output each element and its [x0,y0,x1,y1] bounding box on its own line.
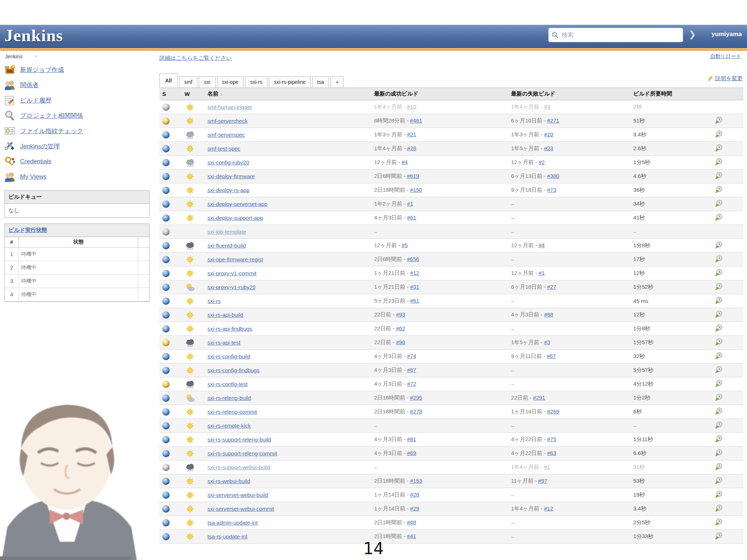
col-duration[interactable]: ビルド所要時間 [630,88,712,100]
success-build-link[interactable]: #72 [407,381,416,387]
col-weather[interactable]: W [182,88,205,100]
status-ball-blue-icon[interactable] [162,325,170,332]
job-link[interactable]: sxi-proxy-v1-commit [208,270,256,276]
tab-sxi[interactable]: sxi [199,76,215,88]
job-link[interactable]: sxi-rs-api-build [208,312,243,318]
job-link[interactable]: sxi-rs-webui-build [208,478,250,484]
schedule-build-icon[interactable] [715,269,723,277]
job-link[interactable]: sxi-rs-api-test [208,339,240,346]
success-build-link[interactable]: #67 [407,367,416,373]
jenkins-logo[interactable]: Jenkins [4,26,63,45]
job-link[interactable]: sxi-rs-config-build [208,353,251,359]
fail-build-link[interactable]: #67 [547,353,556,359]
job-link[interactable]: sxi-rs [208,298,221,304]
schedule-build-icon[interactable] [715,116,723,124]
sidebar-item-credentials[interactable]: Credentials [4,154,150,169]
tab-smf[interactable]: smf [179,76,198,88]
job-link[interactable]: sxi-deploy-serverset-app [208,201,267,207]
success-build-link[interactable]: #461 [410,117,422,124]
job-link[interactable]: sxi-config-ruby20 [208,159,249,166]
fail-build-link[interactable]: #1 [544,464,550,470]
tab-all[interactable]: All [159,73,178,88]
schedule-build-icon[interactable] [715,324,723,332]
status-ball-blue-icon[interactable] [162,270,170,277]
schedule-build-icon[interactable] [715,352,723,360]
fail-build-link[interactable]: #2 [539,159,545,165]
job-link[interactable]: sxi-rs-config-findbugs [208,367,260,373]
success-build-link[interactable]: #4 [402,159,408,165]
success-build-link[interactable]: #10 [407,104,416,110]
job-link[interactable]: sxi-rs-support-webui-build [208,464,270,470]
success-build-link[interactable]: #278 [410,408,422,415]
schedule-build-icon[interactable] [715,421,723,429]
sidebar-item-people[interactable]: 関係者 [4,77,150,93]
sidebar-item-label[interactable]: プロジェクト相関関係 [20,112,83,120]
success-build-link[interactable]: #28 [407,145,416,151]
status-ball-blue-icon[interactable] [162,436,170,443]
success-build-link[interactable]: #69 [407,450,416,456]
status-ball-yellow-icon[interactable] [162,381,170,388]
breadcrumb-root[interactable]: Jenkins [5,54,22,59]
job-link[interactable]: tsa-rs-update-int [208,533,247,540]
col-name[interactable]: 名前↓ [205,88,371,100]
status-ball-blue-icon[interactable] [162,491,170,499]
sidebar-item-label[interactable]: Credentials [20,158,51,165]
fail-build-link[interactable]: #73 [547,187,556,193]
schedule-build-icon[interactable] [715,463,723,471]
job-link[interactable]: sxi-job-template [208,229,246,235]
fail-build-link[interactable]: #1 [539,270,545,276]
job-link[interactable]: sxi-rs-releng-commit [208,409,257,415]
success-build-link[interactable]: #12 [410,270,419,276]
status-ball-blue-icon[interactable] [162,367,170,374]
schedule-build-icon[interactable] [715,186,723,194]
status-ball-blue-icon[interactable] [162,408,170,416]
success-build-link[interactable]: #29 [410,505,419,512]
sidebar-item-label[interactable]: 新規ジョブ作成 [20,66,64,74]
status-ball-blue-icon[interactable] [162,298,170,305]
schedule-build-icon[interactable] [715,366,723,374]
success-build-link[interactable]: #81 [407,436,416,442]
user-name[interactable]: yumiyama [712,31,742,38]
success-build-link[interactable]: #619 [407,173,419,179]
schedule-build-icon[interactable] [715,518,723,526]
schedule-build-icon[interactable] [715,393,723,401]
job-link[interactable]: sxi-rs-remote-kick [208,423,251,429]
sidebar-item-label[interactable]: Jenkinsの管理 [20,142,60,151]
schedule-build-icon[interactable] [715,449,723,457]
success-build-link[interactable]: #295 [410,394,422,401]
fail-build-link[interactable]: #20 [544,131,553,137]
fail-build-link[interactable]: #269 [547,408,559,415]
sidebar-item-label[interactable]: ファイル指紋チェック [20,127,83,135]
fail-build-link[interactable]: #3 [544,104,550,110]
schedule-build-icon[interactable] [715,477,723,485]
fail-build-link[interactable]: #291 [533,394,545,401]
schedule-build-icon[interactable] [715,296,723,304]
success-build-link[interactable]: #153 [410,478,422,484]
success-build-link[interactable]: #74 [407,353,416,359]
tab-sxi-rs-pipeline[interactable]: sxi-rs-pipeline [269,76,310,88]
schedule-build-icon[interactable] [715,158,723,166]
status-ball-blue-icon[interactable] [162,422,170,429]
job-link[interactable]: sxi-deploy-rs-app [208,187,249,193]
success-build-link[interactable]: #28 [410,491,419,498]
success-build-link[interactable]: #61 [410,298,419,304]
schedule-build-icon[interactable] [715,130,723,138]
job-link[interactable]: sxi-fluentd-build [208,242,246,249]
success-build-link[interactable]: #48 [407,519,416,525]
job-link[interactable]: sxi-proxy-v1-ruby20 [208,284,256,290]
success-build-link[interactable]: #41 [407,533,416,539]
fail-build-link[interactable]: #12 [544,505,553,512]
schedule-build-icon[interactable] [715,283,723,291]
edit-description-link[interactable]: 説明を変更 [715,75,743,82]
status-ball-blue-icon[interactable] [162,131,170,139]
schedule-build-icon[interactable] [715,407,723,415]
fail-build-link[interactable]: #380 [547,173,559,179]
sidebar-item-my-views[interactable]: My Views [4,169,150,184]
status-ball-blue-icon[interactable] [162,284,170,291]
success-build-link[interactable]: #1 [407,201,413,207]
search-box[interactable] [548,28,683,42]
status-ball-gray-icon[interactable] [162,228,170,236]
sidebar-item-build-history[interactable]: ビルド履歴 [4,93,150,108]
tab-sxi-ope[interactable]: sxi-ope [217,76,244,88]
job-link[interactable]: smf-servercheck [208,118,248,124]
